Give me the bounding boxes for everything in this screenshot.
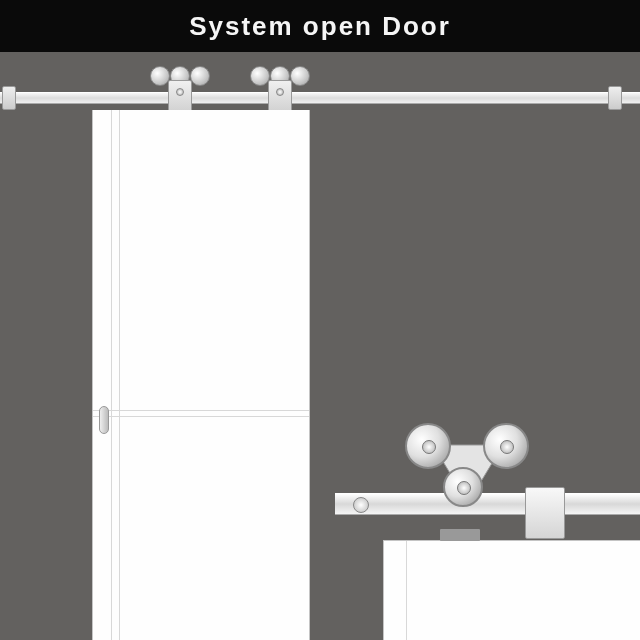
- product-render: 3dsky: [0, 52, 640, 640]
- closeup-view: [335, 415, 640, 640]
- roller-wheel-icon: [190, 66, 210, 86]
- hanger-plate: [268, 80, 292, 114]
- roller-assembly: [148, 66, 210, 116]
- roller-assembly: [248, 66, 310, 116]
- roller-wheel-icon: [483, 423, 529, 469]
- door-handle: [99, 406, 109, 434]
- roller-wheel-icon: [443, 467, 483, 507]
- sliding-rail: [0, 92, 640, 104]
- product-title: System open Door: [189, 11, 451, 42]
- roller-assembly-closeup: [395, 417, 545, 542]
- rail-stop-right: [608, 86, 622, 110]
- door-groove: [93, 410, 309, 411]
- door-panel-closeup: [383, 540, 640, 640]
- rail-stop-left: [2, 86, 16, 110]
- roller-wheel-icon: [150, 66, 170, 86]
- door-groove: [111, 110, 112, 640]
- door-panel: [92, 110, 310, 640]
- hanger-block: [525, 487, 565, 539]
- hanger-plate: [168, 80, 192, 114]
- roller-wheel-icon: [250, 66, 270, 86]
- roller-wheel-icon: [290, 66, 310, 86]
- bolt-icon: [176, 88, 184, 96]
- bolt-icon: [276, 88, 284, 96]
- door-groove: [93, 416, 309, 417]
- door-groove: [119, 110, 120, 640]
- roller-wheel-icon: [405, 423, 451, 469]
- door-mount: [440, 529, 480, 541]
- title-bar: System open Door: [0, 0, 640, 52]
- bolt-icon: [353, 497, 369, 513]
- door-groove: [406, 541, 407, 640]
